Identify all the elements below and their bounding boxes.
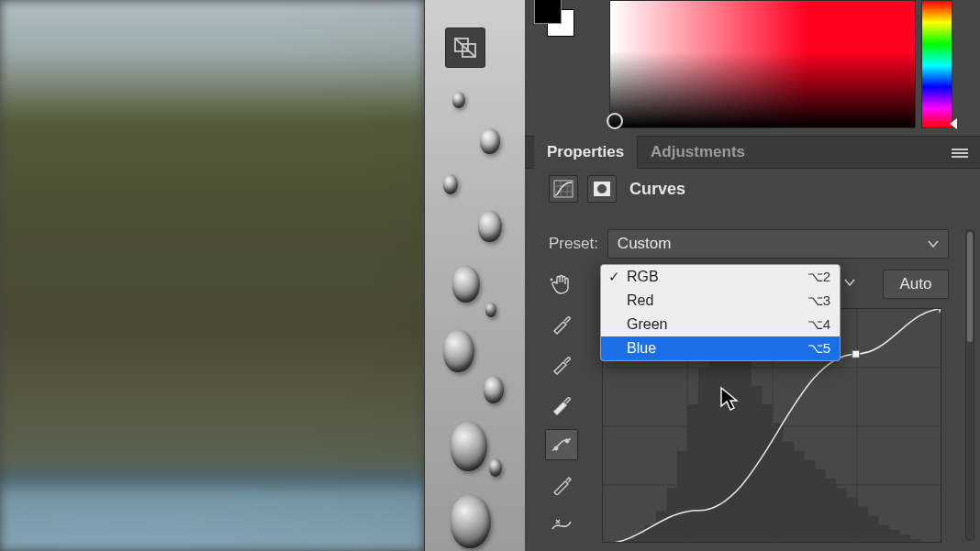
eyedropper-gray-icon[interactable]	[545, 348, 578, 380]
color-field-selector[interactable]	[607, 113, 623, 129]
panel-menu-icon[interactable]	[947, 137, 973, 170]
panel-tabs: Properties Adjustments	[525, 136, 980, 169]
edit-points-icon[interactable]	[545, 429, 578, 460]
panel-scrollbar[interactable]	[965, 229, 974, 541]
channel-option-label: Green	[627, 316, 667, 333]
tool-strip	[424, 0, 525, 551]
channel-option-label: Red	[627, 292, 653, 309]
panel-title: Curves	[629, 180, 685, 199]
hue-slider-marker[interactable]	[950, 118, 957, 129]
channel-option-red[interactable]: Red⌥3	[601, 289, 840, 313]
svg-point-13	[554, 446, 558, 450]
brush-drop	[484, 376, 504, 403]
foreground-background-swatch[interactable]	[534, 0, 574, 37]
brush-drop	[480, 128, 500, 154]
brush-drop	[485, 303, 496, 317]
channel-option-shortcut: ⌥2	[807, 269, 830, 285]
check-icon: ✓	[608, 269, 620, 285]
preset-value: Custom	[618, 235, 672, 253]
brush-drop	[452, 266, 480, 303]
foreground-color-swatch[interactable]	[534, 0, 562, 24]
brush-drop	[443, 330, 474, 372]
targeted-adjustment-icon[interactable]	[545, 270, 576, 298]
svg-point-14	[565, 439, 569, 443]
brush-drop	[451, 422, 487, 471]
preset-select[interactable]: Custom	[607, 229, 949, 259]
auto-button[interactable]: Auto	[883, 270, 949, 299]
preset-label: Preset:	[549, 235, 598, 253]
auto-button-label: Auto	[900, 275, 932, 293]
chevron-down-icon	[844, 275, 855, 290]
layer-mask-icon[interactable]	[587, 175, 617, 203]
document-canvas[interactable]	[0, 0, 424, 551]
panels-area: Properties Adjustments Curves Preset:	[525, 0, 980, 551]
hue-slider[interactable]	[921, 0, 952, 128]
preset-row: Preset: Custom	[525, 226, 980, 262]
channel-option-label: Blue	[627, 340, 656, 357]
tab-label: Properties	[547, 143, 624, 161]
chevron-down-icon	[928, 235, 939, 253]
channel-option-blue[interactable]: Blue⌥5	[601, 336, 840, 360]
channel-option-shortcut: ⌥3	[807, 292, 830, 309]
tab-label: Adjustments	[651, 143, 745, 161]
brush-drop	[452, 92, 465, 108]
brush-drop	[478, 211, 502, 242]
curve-point[interactable]	[852, 350, 860, 358]
channel-dropdown[interactable]: ✓RGB⌥2Red⌥3Green⌥4Blue⌥5	[600, 264, 841, 361]
pencil-draw-icon[interactable]	[545, 469, 578, 501]
curve-point[interactable]	[939, 309, 941, 313]
overlap-shapes-icon[interactable]	[445, 28, 485, 68]
smooth-curve-icon[interactable]	[545, 510, 578, 541]
eyedropper-black-icon[interactable]	[545, 308, 578, 339]
brush-drop	[443, 174, 458, 194]
eyedropper-white-icon[interactable]	[545, 389, 578, 420]
curves-tool-column	[545, 308, 582, 541]
color-field[interactable]	[609, 0, 916, 128]
tab-adjustments[interactable]: Adjustments	[638, 136, 758, 169]
channel-option-shortcut: ⌥4	[807, 316, 830, 333]
svg-line-2	[455, 39, 475, 57]
brush-drop	[451, 495, 491, 548]
svg-point-12	[597, 184, 607, 193]
curves-adjustment-icon[interactable]	[549, 175, 578, 203]
panel-header: Curves	[525, 169, 980, 209]
channel-option-shortcut: ⌥5	[807, 340, 830, 357]
brush-drop	[489, 458, 502, 477]
channel-option-green[interactable]: Green⌥4	[601, 313, 840, 336]
channel-option-rgb[interactable]: ✓RGB⌥2	[601, 265, 840, 289]
scrollbar-thumb[interactable]	[967, 232, 973, 342]
tab-properties[interactable]: Properties	[534, 136, 638, 169]
channel-option-label: RGB	[627, 269, 659, 285]
